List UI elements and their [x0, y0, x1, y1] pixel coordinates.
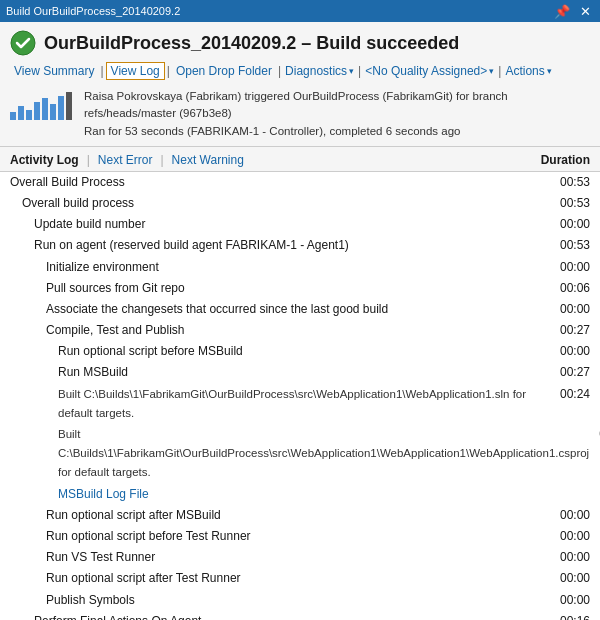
nav-quality[interactable]: <No Quality Assigned> ▾: [363, 63, 496, 79]
log-duration: 00:27: [550, 363, 590, 382]
next-warning-link[interactable]: Next Warning: [172, 153, 244, 167]
log-detail: Built C:\Builds\1\FabrikamGit\OurBuildPr…: [58, 428, 589, 478]
log-row: Overall build process00:53: [10, 193, 590, 214]
log-label: Run optional script before Test Runner: [10, 527, 550, 546]
log-row: Run MSBuild00:27: [10, 362, 590, 383]
header: OurBuildProcess_20140209.2 – Build succe…: [0, 22, 600, 147]
mini-chart-bar: [42, 98, 48, 120]
log-duration: 00:23: [589, 425, 600, 444]
svg-point-0: [11, 31, 35, 55]
log-label: Publish Symbols: [10, 591, 550, 610]
log-duration: 00:00: [550, 548, 590, 567]
activity-header: Activity Log | Next Error | Next Warning…: [0, 147, 600, 172]
log-label: Associate the changesets that occurred s…: [10, 300, 550, 319]
mini-chart-bar: [34, 102, 40, 120]
nav-view-log[interactable]: View Log: [106, 62, 165, 80]
build-title-text: OurBuildProcess_20140209.2 – Build succe…: [44, 33, 459, 54]
log-row: Update build number00:00: [10, 214, 590, 235]
activity-left: Activity Log | Next Error | Next Warning: [10, 153, 244, 167]
log-label: Initialize environment: [10, 258, 550, 277]
mini-chart-bar: [50, 104, 56, 120]
log-row: Initialize environment00:00: [10, 257, 590, 278]
log-duration: 00:00: [550, 591, 590, 610]
log-label: Run optional script after Test Runner: [10, 569, 550, 588]
next-error-link[interactable]: Next Error: [98, 153, 153, 167]
log-row: Run optional script after MSBuild00:00: [10, 505, 590, 526]
log-row: Run optional script before MSBuild00:00: [10, 341, 590, 362]
title-bar-text: Build OurBuildProcess_20140209.2: [6, 5, 180, 17]
log-duration: 00:24: [550, 385, 590, 404]
log-label: Perform Final Actions On Agent: [10, 612, 550, 620]
log-area[interactable]: Overall Build Process00:53Overall build …: [0, 172, 600, 620]
log-row: Run VS Test Runner00:00: [10, 547, 590, 568]
log-label: Pull sources from Git repo: [10, 279, 550, 298]
pin-button[interactable]: 📌: [551, 5, 573, 18]
log-label: Overall build process: [10, 194, 550, 213]
log-duration: 00:00: [550, 258, 590, 277]
log-label: Run optional script before MSBuild: [10, 342, 550, 361]
log-row: Perform Final Actions On Agent00:16: [10, 611, 590, 620]
log-row: Run optional script before Test Runner00…: [10, 526, 590, 547]
log-label: Overall Build Process: [10, 173, 550, 192]
log-duration: 00:00: [550, 506, 590, 525]
log-label: Compile, Test and Publish: [10, 321, 550, 340]
log-duration: 00:27: [550, 321, 590, 340]
title-bar-buttons: 📌 ✕: [551, 5, 594, 18]
log-duration: 00:16: [550, 612, 590, 620]
log-duration: 00:00: [550, 215, 590, 234]
mini-chart-bar: [58, 96, 64, 120]
build-title-row: OurBuildProcess_20140209.2 – Build succe…: [10, 30, 590, 56]
mini-chart: [10, 88, 72, 120]
log-duration: 00:53: [550, 236, 590, 255]
msbuild-log-link[interactable]: MSBuild Log File: [58, 487, 149, 501]
nav-diagnostics[interactable]: Diagnostics ▾: [283, 63, 356, 79]
log-duration: 00:00: [550, 342, 590, 361]
log-row: Built C:\Builds\1\FabrikamGit\OurBuildPr…: [10, 384, 590, 424]
log-row: MSBuild Log File: [10, 484, 590, 505]
mini-chart-bar: [10, 112, 16, 120]
close-button[interactable]: ✕: [577, 5, 594, 18]
mini-chart-bar: [18, 106, 24, 120]
log-row: Associate the changesets that occurred s…: [10, 299, 590, 320]
nav-view-summary[interactable]: View Summary: [10, 63, 98, 79]
success-icon: [10, 30, 36, 56]
log-row: Built C:\Builds\1\FabrikamGit\OurBuildPr…: [10, 424, 590, 484]
log-row: Run optional script after Test Runner00:…: [10, 568, 590, 589]
log-row: Compile, Test and Publish00:27: [10, 320, 590, 341]
log-duration: 00:00: [550, 569, 590, 588]
duration-label: Duration: [541, 153, 590, 167]
log-duration: 00:53: [550, 173, 590, 192]
log-label: Update build number: [10, 215, 550, 234]
log-duration: 00:53: [550, 194, 590, 213]
log-row: Pull sources from Git repo00:06: [10, 278, 590, 299]
title-bar: Build OurBuildProcess_20140209.2 📌 ✕: [0, 0, 600, 22]
log-duration: 00:00: [550, 300, 590, 319]
quality-chevron: ▾: [489, 66, 494, 76]
log-row: Overall Build Process00:53: [10, 172, 590, 193]
log-label: Run on agent (reserved build agent FABRI…: [10, 236, 550, 255]
build-info-row: Raisa Pokrovskaya (Fabrikam) triggered O…: [10, 88, 590, 140]
actions-chevron: ▾: [547, 66, 552, 76]
log-row: Publish Symbols00:00: [10, 590, 590, 611]
log-label: Run MSBuild: [10, 363, 550, 382]
log-duration: 00:00: [550, 527, 590, 546]
log-row: Run on agent (reserved build agent FABRI…: [10, 235, 590, 256]
activity-log-label: Activity Log: [10, 153, 79, 167]
log-detail: Built C:\Builds\1\FabrikamGit\OurBuildPr…: [58, 388, 526, 419]
diagnostics-chevron: ▾: [349, 66, 354, 76]
nav-open-drop-folder[interactable]: Open Drop Folder: [172, 63, 276, 79]
mini-chart-bar: [66, 92, 72, 120]
mini-chart-bar: [26, 110, 32, 120]
log-duration: 00:06: [550, 279, 590, 298]
build-description: Raisa Pokrovskaya (Fabrikam) triggered O…: [84, 88, 590, 140]
nav-actions[interactable]: Actions ▾: [503, 63, 553, 79]
nav-links: View Summary | View Log | Open Drop Fold…: [10, 62, 590, 80]
log-label: Run VS Test Runner: [10, 548, 550, 567]
log-label: Run optional script after MSBuild: [10, 506, 550, 525]
